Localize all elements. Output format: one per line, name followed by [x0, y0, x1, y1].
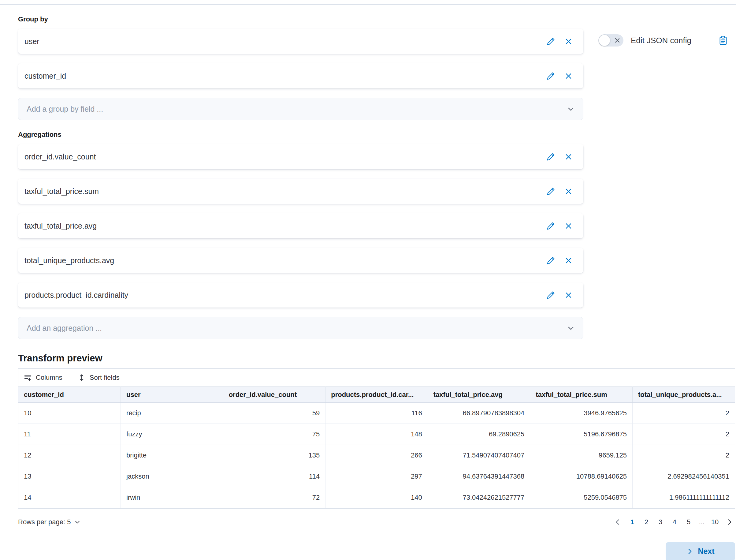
aggregation-name: taxful_total_price.avg — [24, 222, 545, 230]
column-header[interactable]: customer_id — [18, 387, 121, 403]
previous-page-button[interactable] — [612, 517, 623, 528]
remove-aggregation-button[interactable] — [562, 289, 574, 301]
rows-per-page-label: Rows per page: 5 — [18, 518, 71, 526]
table-row: 10 recip 59 116 66.89790783898304 3946.9… — [18, 403, 735, 424]
columns-icon — [24, 374, 32, 382]
table-row: 11 fuzzy 75 148 69.2890625 5196.6796875 … — [18, 424, 735, 445]
add-group-by-field-select[interactable]: Add a group by field ... — [18, 98, 583, 120]
table-cell: 1.9861111111111112 — [632, 487, 735, 508]
table-cell: recip — [121, 403, 223, 424]
edit-aggregation-button[interactable] — [545, 289, 556, 301]
aggregation-name: taxful_total_price.sum — [24, 187, 545, 196]
copy-to-clipboard-button[interactable] — [718, 35, 728, 45]
table-cell: 297 — [326, 466, 428, 487]
top-divider — [0, 4, 736, 5]
edit-json-toggle[interactable] — [598, 34, 623, 47]
next-button[interactable]: Next — [666, 542, 735, 560]
aggregation-item: order_id.value_count — [18, 144, 583, 169]
column-header[interactable]: taxful_total_price.sum — [530, 387, 633, 403]
aggregation-item: taxful_total_price.sum — [18, 179, 583, 204]
pencil-icon — [547, 187, 555, 196]
remove-group-by-button[interactable] — [562, 35, 574, 47]
pencil-icon — [547, 37, 555, 46]
edit-aggregation-button[interactable] — [545, 185, 556, 197]
table-cell: 71.54907407407407 — [428, 445, 530, 466]
remove-group-by-button[interactable] — [562, 70, 574, 82]
pencil-icon — [547, 72, 555, 80]
aggregations-label: Aggregations — [18, 130, 601, 139]
page-button[interactable]: 2 — [641, 518, 651, 526]
columns-button[interactable]: Columns — [24, 374, 62, 382]
group-by-item: customer_id — [18, 63, 583, 88]
edit-group-by-button[interactable] — [545, 70, 556, 82]
table-cell: 2 — [632, 424, 735, 445]
preview-data-grid: Columns Sort fields customer_id user ord… — [18, 368, 735, 509]
aggregation-item: total_unique_products.avg — [18, 248, 583, 273]
column-header[interactable]: products.product_id.car... — [326, 387, 428, 403]
cross-icon — [564, 222, 573, 230]
page-button[interactable]: 10 — [710, 518, 720, 526]
table-cell: 66.89790783898304 — [428, 403, 530, 424]
edit-group-by-button[interactable] — [545, 35, 556, 47]
next-page-button[interactable] — [724, 517, 735, 528]
edit-aggregation-button[interactable] — [545, 220, 556, 232]
edit-aggregation-button[interactable] — [545, 255, 556, 266]
table-cell: 10 — [18, 403, 121, 424]
cross-icon — [564, 37, 573, 46]
table-cell: 13 — [18, 466, 121, 487]
sort-fields-button[interactable]: Sort fields — [78, 374, 120, 382]
column-header[interactable]: user — [121, 387, 223, 403]
group-by-field-name: user — [24, 37, 545, 46]
clipboard-icon — [718, 35, 728, 45]
cross-icon — [564, 72, 573, 80]
next-button-label: Next — [698, 547, 714, 556]
page-button[interactable]: 5 — [684, 518, 693, 526]
remove-aggregation-button[interactable] — [562, 185, 574, 197]
table-cell: 266 — [326, 445, 428, 466]
edit-aggregation-button[interactable] — [545, 151, 556, 162]
add-aggregation-select[interactable]: Add an aggregation ... — [18, 317, 583, 339]
remove-aggregation-button[interactable] — [562, 151, 574, 162]
table-cell: fuzzy — [121, 424, 223, 445]
table-cell: 135 — [223, 445, 326, 466]
pagination: 1 2 3 4 5 ... 10 — [612, 517, 735, 528]
table-cell: jackson — [121, 466, 223, 487]
table-row: 12 brigitte 135 266 71.54907407407407 96… — [18, 445, 735, 466]
table-cell: 5259.0546875 — [530, 487, 633, 508]
cross-icon — [564, 187, 573, 196]
table-cell: 10788.69140625 — [530, 466, 633, 487]
aggregation-name: order_id.value_count — [24, 152, 545, 161]
table-cell: 14 — [18, 487, 121, 508]
group-by-item: user — [18, 29, 583, 54]
columns-button-label: Columns — [36, 374, 62, 382]
table-cell: 59 — [223, 403, 326, 424]
table-cell: 72 — [223, 487, 326, 508]
remove-aggregation-button[interactable] — [562, 255, 574, 266]
column-header[interactable]: order_id.value_count — [223, 387, 326, 403]
table-cell: 73.04242621527777 — [428, 487, 530, 508]
pencil-icon — [547, 222, 555, 230]
remove-aggregation-button[interactable] — [562, 220, 574, 232]
table-cell: 114 — [223, 466, 326, 487]
preview-table: customer_id user order_id.value_count pr… — [18, 386, 735, 508]
table-footer: Rows per page: 5 1 2 3 4 5 ... 10 — [18, 515, 735, 529]
page-button-current[interactable]: 1 — [627, 518, 637, 526]
page-button[interactable]: 3 — [656, 518, 665, 526]
table-cell: 116 — [326, 403, 428, 424]
pencil-icon — [547, 256, 555, 265]
table-cell: 140 — [326, 487, 428, 508]
table-cell: 2 — [632, 403, 735, 424]
table-cell: 94.63764391447368 — [428, 466, 530, 487]
column-header[interactable]: taxful_total_price.avg — [428, 387, 530, 403]
column-header[interactable]: total_unique_products.a... — [632, 387, 735, 403]
wizard-actions: Next — [0, 542, 735, 560]
page-button[interactable]: 4 — [670, 518, 679, 526]
cross-icon — [564, 153, 573, 161]
chevron-left-icon — [614, 518, 621, 526]
grid-toolbar: Columns Sort fields — [18, 369, 735, 386]
table-cell: 2 — [632, 445, 735, 466]
table-cell: 11 — [18, 424, 121, 445]
rows-per-page-select[interactable]: Rows per page: 5 — [18, 518, 80, 526]
table-cell: 69.2890625 — [428, 424, 530, 445]
aggregation-name: total_unique_products.avg — [24, 256, 545, 265]
